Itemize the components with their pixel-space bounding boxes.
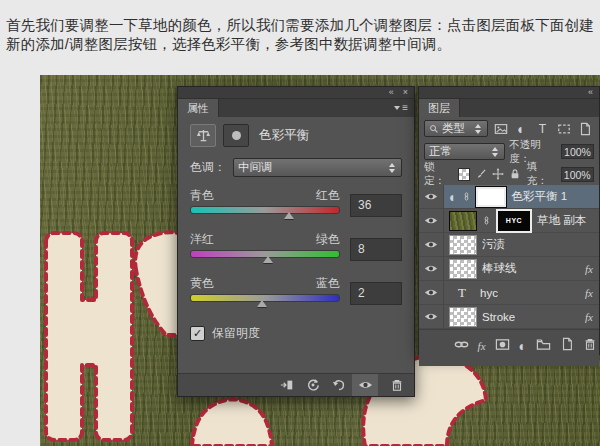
filter-adjustment-layers-icon[interactable]: ◐ xyxy=(513,120,530,137)
add-layer-style-button[interactable]: fx xyxy=(478,340,486,352)
mask-link-icon[interactable] xyxy=(462,192,471,201)
preserve-luminosity-label: 保留明度 xyxy=(212,325,260,342)
slider-value-field[interactable]: 8 xyxy=(350,238,402,261)
select-arrows-icon xyxy=(389,163,397,173)
adjustment-header: 色彩平衡 xyxy=(190,124,402,146)
adjustment-title: 色彩平衡 xyxy=(259,127,309,144)
layer-visibility-eye-icon[interactable] xyxy=(419,233,444,256)
layer-thumbnail[interactable] xyxy=(449,307,477,327)
new-layer-button[interactable] xyxy=(560,337,574,355)
clip-to-layer-indicator-icon[interactable] xyxy=(223,124,249,147)
tab-layers[interactable]: 图层 xyxy=(419,99,460,117)
properties-tabbar: 属性 ≡ xyxy=(178,99,414,117)
text-layer-icon[interactable]: T xyxy=(449,285,475,301)
collapse-panel-icon[interactable]: « xyxy=(389,88,394,97)
lock-image-pixels-icon[interactable] xyxy=(475,168,487,181)
filter-pixel-layers-icon[interactable] xyxy=(492,120,509,137)
slider-track[interactable] xyxy=(190,206,340,214)
select-arrows-icon xyxy=(492,147,500,157)
filter-smart-objects-icon[interactable] xyxy=(576,120,593,137)
slider-right-label: 绿色 xyxy=(316,231,340,247)
layer-name: hyc xyxy=(480,287,498,299)
slider-thumb[interactable] xyxy=(284,212,294,219)
preserve-luminosity-row: ✓ 保留明度 xyxy=(190,325,402,342)
filter-type-select[interactable]: 类型 xyxy=(424,120,488,137)
tone-value: 中间调 xyxy=(238,160,273,175)
filter-type-label: 类型 xyxy=(442,121,465,136)
layer-visibility-eye-icon[interactable] xyxy=(419,281,444,304)
tab-properties[interactable]: 属性 xyxy=(178,99,219,117)
slider-thumb[interactable] xyxy=(263,256,273,263)
delete-adjustment-button[interactable] xyxy=(384,374,410,396)
lock-transparent-pixels-icon[interactable] xyxy=(458,168,470,181)
tone-select[interactable]: 中间调 xyxy=(233,158,402,177)
layer-visibility-eye-icon[interactable] xyxy=(419,185,444,208)
lock-all-icon[interactable] xyxy=(509,168,521,181)
layer-row-grass-copy[interactable]: HYC 草地 副本 xyxy=(419,209,599,233)
layer-thumbnail[interactable] xyxy=(449,235,477,255)
tutorial-text: 首先我们要调整一下草地的颜色，所以我们需要添加几个调整图层：点击图层面板下面创建… xyxy=(6,16,596,55)
layer-row-stroke[interactable]: Stroke fx xyxy=(419,305,599,329)
add-layer-mask-button[interactable] xyxy=(495,337,510,356)
layer-row-color-balance[interactable]: ◐ 色彩平衡 1 xyxy=(419,185,599,209)
properties-panel-titlebar: « × xyxy=(178,87,414,99)
slider-thumb[interactable] xyxy=(257,300,267,307)
adjustment-layer-icon: ◐ xyxy=(449,190,457,204)
filter-shape-layers-icon[interactable] xyxy=(555,120,572,137)
lock-position-icon[interactable] xyxy=(492,168,504,181)
tone-row: 色调： 中间调 xyxy=(190,158,402,177)
select-arrows-icon xyxy=(475,124,483,134)
slider-track[interactable] xyxy=(190,294,340,302)
layer-visibility-eye-icon[interactable] xyxy=(419,257,444,280)
layer-fx-badge[interactable]: fx xyxy=(585,263,593,275)
fill-label: 填充： xyxy=(526,160,555,188)
properties-footer xyxy=(178,373,414,396)
filter-type-layers-icon[interactable]: T xyxy=(534,120,551,137)
layer-mask-thumbnail[interactable] xyxy=(476,187,506,207)
slider-left-label: 青色 xyxy=(190,187,214,203)
layer-fx-badge[interactable]: fx xyxy=(585,287,593,299)
slider-value-field[interactable]: 2 xyxy=(350,282,402,305)
new-adjustment-layer-button[interactable]: ◐ xyxy=(519,339,527,353)
lock-row: 锁定： 填充： 100% xyxy=(419,163,599,185)
slider-cyan-red: 青色 红色 36 xyxy=(190,187,402,221)
layer-thumbnail[interactable] xyxy=(449,259,477,279)
layer-visibility-eye-icon[interactable] xyxy=(419,209,444,232)
letter-h xyxy=(46,233,132,440)
properties-body: 色彩平衡 色调： 中间调 青色 红色 36 洋红 绿色 xyxy=(178,124,414,342)
layer-row-hyc-text[interactable]: T hyc fx xyxy=(419,281,599,305)
link-layers-button[interactable] xyxy=(454,337,469,356)
layers-panel-titlebar: « xyxy=(419,87,599,99)
fill-field[interactable]: 100% xyxy=(561,167,594,182)
layers-panel: « 图层 类型 ◐ T 正常 不透明度： 100% 锁定： 填充： 100% xyxy=(418,86,600,355)
slider-left-label: 黄色 xyxy=(190,275,214,291)
new-group-button[interactable] xyxy=(536,337,551,356)
layer-fx-badge[interactable]: fx xyxy=(585,311,593,323)
close-panel-icon[interactable]: × xyxy=(403,88,408,97)
view-previous-state-button[interactable] xyxy=(300,374,326,396)
panel-menu-icon[interactable]: ≡ xyxy=(388,99,414,117)
letter-bottom-left xyxy=(192,399,272,446)
layer-mask-thumbnail[interactable]: HYC xyxy=(496,209,532,233)
search-icon xyxy=(429,124,439,134)
layer-row-stains[interactable]: 污渍 xyxy=(419,233,599,257)
blend-mode-select[interactable]: 正常 xyxy=(424,143,505,160)
layer-name: 草地 副本 xyxy=(537,213,586,228)
toggle-visibility-button[interactable] xyxy=(352,374,378,396)
slider-track[interactable] xyxy=(190,250,340,258)
collapse-panel-icon[interactable]: « xyxy=(588,88,593,97)
opacity-field[interactable]: 100% xyxy=(561,144,594,159)
slider-magenta-green: 洋红 绿色 8 xyxy=(190,231,402,265)
tutorial-page: { "tutorial_text": "首先我们要调整一下草地的颜色，所以我们需… xyxy=(0,0,600,446)
reset-adjustment-button[interactable] xyxy=(326,374,352,396)
clip-to-layer-button[interactable] xyxy=(274,374,300,396)
preserve-luminosity-checkbox[interactable]: ✓ xyxy=(190,326,205,341)
slider-left-label: 洋红 xyxy=(190,231,214,247)
mask-link-icon[interactable] xyxy=(482,216,491,225)
delete-layer-button[interactable] xyxy=(583,337,597,355)
layer-row-baseball-line[interactable]: 棒球线 fx xyxy=(419,257,599,281)
layer-visibility-eye-icon[interactable] xyxy=(419,305,444,328)
color-balance-icon xyxy=(190,124,216,147)
slider-value-field[interactable]: 36 xyxy=(350,194,402,217)
layer-thumbnail[interactable] xyxy=(449,211,477,231)
